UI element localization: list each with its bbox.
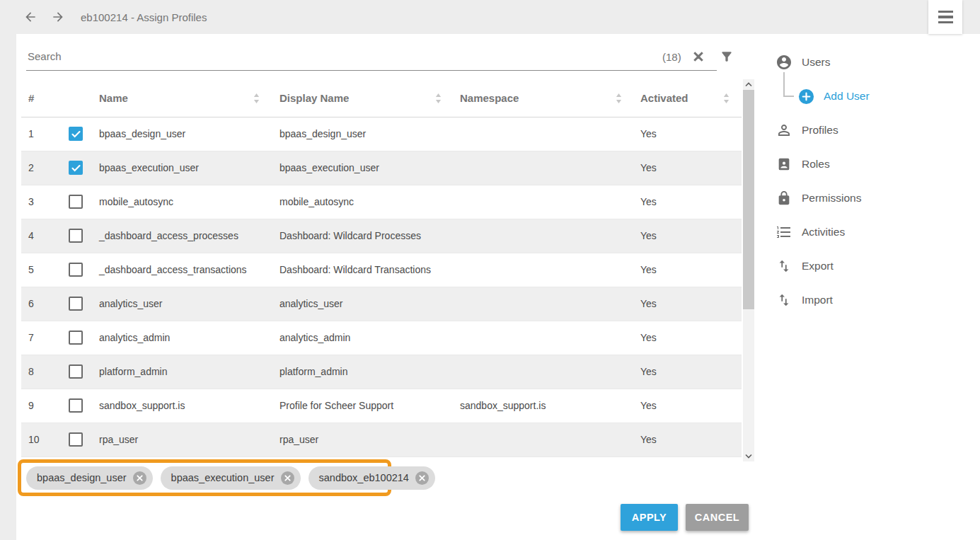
- row-checkbox[interactable]: [69, 364, 83, 379]
- profile-name: sandbox_support.is: [99, 389, 185, 423]
- badge-icon: [776, 156, 792, 172]
- profile-display-name: rpa_user: [279, 423, 318, 456]
- row-checkbox-checked[interactable]: [69, 161, 83, 175]
- column-header-namespace[interactable]: Namespace: [460, 79, 519, 117]
- sidebar-item-import[interactable]: Import: [776, 283, 833, 317]
- profile-activated: Yes: [640, 151, 657, 185]
- row-index: 3: [28, 185, 34, 219]
- back-arrow-icon[interactable]: [23, 10, 38, 24]
- row-checkbox[interactable]: [69, 331, 83, 345]
- sidebar-item-label: Activities: [802, 226, 845, 239]
- tree-connector: [783, 72, 785, 96]
- profile-display-name: Dashboard: Wildcard Processes: [279, 219, 421, 253]
- sidebar-item-roles[interactable]: Roles: [776, 147, 830, 181]
- profile-activated: Yes: [640, 219, 657, 253]
- account-circle-icon: [776, 54, 792, 71]
- profile-name: platform_admin: [99, 355, 168, 389]
- page-title: eb100214 - Assign Profiles: [81, 11, 207, 23]
- row-index: 5: [28, 253, 34, 287]
- sidebar-item-label: Import: [802, 294, 833, 306]
- chip-label: bpaas_execution_user: [171, 472, 275, 483]
- sort-icon[interactable]: [435, 93, 442, 103]
- profile-name: bpaas_execution_user: [99, 151, 199, 185]
- table-row: 2bpaas_execution_userbpaas_execution_use…: [21, 151, 742, 185]
- sidebar-item-label: Permissions: [802, 192, 861, 205]
- table-row: 10rpa_userrpa_userYes: [21, 423, 742, 457]
- column-header-name[interactable]: Name: [99, 79, 128, 117]
- left-gutter: [0, 34, 16, 540]
- profile-activated: Yes: [640, 389, 657, 423]
- row-index: 1: [28, 117, 34, 151]
- profile-name: rpa_user: [99, 423, 138, 456]
- row-index: 4: [28, 219, 34, 253]
- table-row: 4_dashboard_access_processesDashboard: W…: [21, 219, 742, 253]
- profile-activated: Yes: [640, 117, 657, 151]
- forward-arrow-icon[interactable]: [51, 10, 65, 24]
- vertical-scrollbar[interactable]: [743, 79, 754, 461]
- selected-profile-chip: bpaas_execution_user: [161, 466, 301, 490]
- sidebar-item-permissions[interactable]: Permissions: [776, 181, 861, 215]
- row-index: 8: [28, 355, 34, 389]
- sidebar-item-label: Users: [802, 56, 830, 69]
- chip-remove-icon[interactable]: [281, 471, 294, 485]
- filter-icon[interactable]: [719, 50, 734, 64]
- row-checkbox[interactable]: [69, 195, 83, 209]
- sort-icon[interactable]: [616, 93, 622, 103]
- profile-name: _dashboard_access_transactions: [99, 253, 247, 287]
- topbar: eb100214 - Assign Profiles: [0, 0, 980, 34]
- table-row: 5_dashboard_access_transactionsDashboard…: [21, 253, 742, 287]
- sidebar-item-profiles[interactable]: Profiles: [776, 113, 838, 147]
- sidebar-item-label: Profiles: [802, 124, 838, 137]
- clear-search-icon[interactable]: [691, 50, 705, 64]
- hamburger-menu-button[interactable]: [928, 0, 962, 34]
- table-row: 6analytics_useranalytics_userYes: [21, 287, 742, 321]
- row-index: 9: [28, 389, 34, 423]
- sidebar-item-label: Roles: [802, 158, 830, 171]
- add-circle-icon: [797, 88, 814, 105]
- row-checkbox[interactable]: [69, 297, 83, 311]
- scroll-up-icon[interactable]: [745, 82, 752, 87]
- row-checkbox[interactable]: [69, 263, 83, 277]
- table-body: 1bpaas_design_userbpaas_design_userYes2b…: [21, 117, 742, 457]
- profile-name: analytics_user: [99, 287, 163, 321]
- scrollbar-thumb[interactable]: [743, 90, 754, 309]
- tree-connector: [783, 96, 794, 97]
- table-row: 1bpaas_design_userbpaas_design_userYes: [21, 117, 742, 151]
- row-checkbox[interactable]: [69, 229, 83, 243]
- row-checkbox[interactable]: [69, 432, 83, 447]
- sort-icon[interactable]: [253, 93, 260, 103]
- sidebar-item-export[interactable]: Export: [776, 249, 834, 283]
- sidebar-item-activities[interactable]: Activities: [776, 215, 845, 249]
- column-header-display-name[interactable]: Display Name: [279, 79, 349, 117]
- table-row: 8platform_adminplatform_adminYes: [21, 355, 742, 389]
- selected-profile-chip: bpaas_design_user: [26, 466, 153, 490]
- apply-button[interactable]: APPLY: [621, 504, 678, 531]
- table-row: 9sandbox_support.isProfile for Scheer Su…: [21, 389, 742, 423]
- profile-display-name: platform_admin: [279, 355, 348, 389]
- profile-display-name: bpaas_execution_user: [279, 151, 379, 185]
- sort-icon[interactable]: [723, 93, 730, 103]
- chip-remove-icon[interactable]: [415, 471, 429, 485]
- cancel-button[interactable]: CANCEL: [686, 504, 749, 531]
- profile-namespace: sandbox_support.is: [460, 389, 546, 423]
- profile-activated: Yes: [640, 185, 657, 219]
- chip-remove-icon[interactable]: [133, 471, 146, 485]
- profile-display-name: mobile_autosync: [279, 185, 354, 219]
- selected-profile-chip: sandbox_eb100214: [309, 466, 435, 490]
- sidebar-item-add-user[interactable]: Add User: [797, 79, 870, 113]
- row-index: 7: [28, 321, 34, 355]
- row-index: 6: [28, 287, 34, 321]
- search-input[interactable]: [26, 44, 649, 68]
- chip-label: bpaas_design_user: [37, 472, 127, 483]
- search-underline: [26, 70, 717, 71]
- table-row: 7analytics_adminanalytics_adminYes: [21, 321, 742, 355]
- profile-name: bpaas_design_user: [99, 117, 185, 151]
- row-index: 10: [28, 423, 40, 456]
- profile-activated: Yes: [640, 287, 657, 321]
- row-checkbox[interactable]: [69, 398, 83, 413]
- profile-display-name: Profile for Scheer Support: [279, 389, 393, 423]
- profile-name: analytics_admin: [99, 321, 170, 355]
- column-header-activated[interactable]: Activated: [640, 79, 688, 117]
- row-checkbox-checked[interactable]: [69, 127, 83, 141]
- scroll-down-icon[interactable]: [745, 454, 752, 459]
